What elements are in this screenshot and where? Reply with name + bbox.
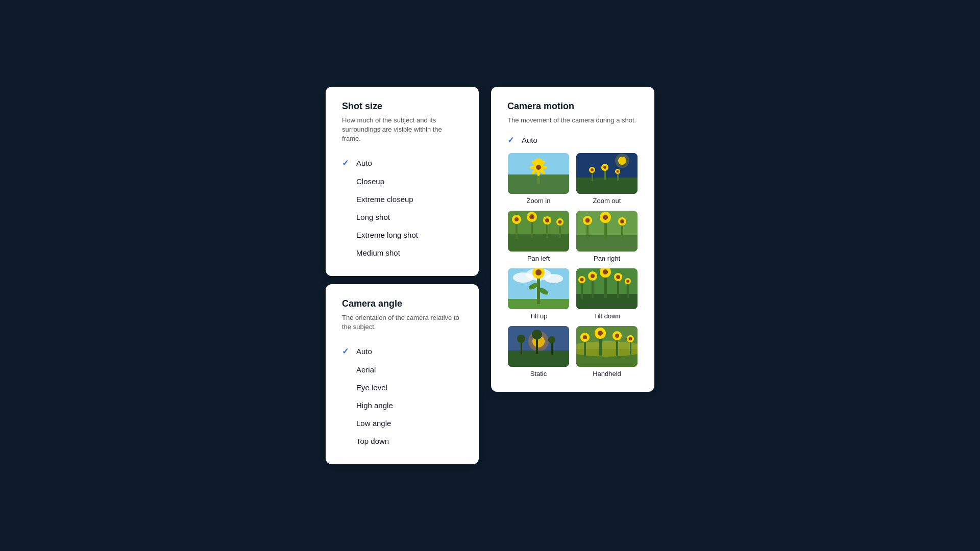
camera-angle-options: ✓ Auto Aerial Eye level High angle <box>342 342 462 450</box>
svg-point-8 <box>530 166 535 169</box>
camera-angle-option-auto[interactable]: ✓ Auto <box>342 342 462 361</box>
shot-size-option-extreme-closeup[interactable]: Extreme closeup <box>342 190 462 208</box>
camera-angle-description: The orientation of the camera relative t… <box>342 313 462 332</box>
option-label: Low angle <box>356 419 391 428</box>
camera-angle-option-high-angle[interactable]: High angle <box>342 396 462 414</box>
camera-angle-title: Camera angle <box>342 298 462 309</box>
motion-thumbnail-pan-left <box>508 211 569 252</box>
motion-item-zoom-in[interactable]: Zoom in <box>507 153 570 205</box>
svg-point-16 <box>615 154 629 168</box>
camera-angle-option-top-down[interactable]: Top down <box>342 432 462 450</box>
motion-thumbnail-static <box>508 326 569 367</box>
shot-size-description: How much of the subject and its surround… <box>342 116 462 144</box>
option-label: Top down <box>356 437 389 445</box>
option-label: Closeup <box>356 177 384 186</box>
option-label: Aerial <box>356 365 376 374</box>
svg-point-88 <box>548 336 555 343</box>
svg-point-75 <box>616 275 620 279</box>
motion-thumbnail-handheld <box>576 326 638 367</box>
motion-thumbnail-zoom-out <box>576 153 638 194</box>
motion-thumbnail-tilt-down <box>576 268 638 309</box>
motion-item-tilt-down[interactable]: Tilt down <box>576 268 638 320</box>
motion-thumbnail-tilt-up <box>508 268 569 309</box>
motion-label-tilt-down: Tilt down <box>594 312 620 320</box>
svg-point-34 <box>529 214 534 219</box>
camera-angle-option-eye-level[interactable]: Eye level <box>342 379 462 396</box>
checkmark-icon: ✓ <box>342 346 351 356</box>
motion-item-pan-left[interactable]: Pan left <box>507 211 570 262</box>
camera-motion-card: Camera motion The movement of the camera… <box>491 87 654 392</box>
svg-point-40 <box>558 220 562 223</box>
camera-motion-auto-row[interactable]: ✓ Auto <box>507 135 638 145</box>
motion-item-static[interactable]: Static <box>507 326 570 378</box>
svg-point-72 <box>603 269 608 274</box>
motion-label-pan-left: Pan left <box>527 255 550 262</box>
option-label: High angle <box>356 401 393 410</box>
svg-point-48 <box>603 215 608 220</box>
shot-size-options: ✓ Auto Closeup Extreme closeup Long shot <box>342 154 462 262</box>
svg-point-55 <box>545 274 563 283</box>
motion-item-tilt-up[interactable]: Tilt up <box>507 268 570 320</box>
svg-rect-73 <box>617 279 619 298</box>
option-label: Auto <box>356 347 372 356</box>
motion-thumbnail-pan-right <box>576 211 638 252</box>
svg-rect-64 <box>581 281 583 299</box>
svg-point-59 <box>535 269 542 276</box>
main-container: Shot size How much of the subject and it… <box>326 87 654 465</box>
camera-motion-auto-label: Auto <box>522 136 537 144</box>
motion-label-tilt-up: Tilt up <box>530 312 548 320</box>
camera-motion-description: The movement of the camera during a shot… <box>507 116 638 125</box>
svg-point-20 <box>591 168 594 171</box>
shot-size-option-medium[interactable]: Medium shot <box>342 244 462 262</box>
svg-point-103 <box>629 337 632 340</box>
option-label: Medium shot <box>356 248 400 257</box>
svg-point-51 <box>620 219 624 223</box>
shot-size-option-extreme-long[interactable]: Extreme long shot <box>342 226 462 244</box>
svg-point-31 <box>514 217 519 221</box>
camera-angle-option-aerial[interactable]: Aerial <box>342 361 462 379</box>
svg-point-100 <box>615 334 619 338</box>
shot-size-option-closeup[interactable]: Closeup <box>342 172 462 190</box>
motion-label-pan-right: Pan right <box>594 255 620 262</box>
motion-label-zoom-in: Zoom in <box>527 197 551 205</box>
motion-label-static: Static <box>530 370 547 378</box>
motion-thumbnail-zoom-in <box>508 153 569 194</box>
motion-label-handheld: Handheld <box>593 370 621 378</box>
checkmark-icon: ✓ <box>507 135 517 145</box>
motion-label-zoom-out: Zoom out <box>593 197 621 205</box>
motion-item-pan-right[interactable]: Pan right <box>576 211 638 262</box>
svg-point-23 <box>603 166 606 169</box>
shot-size-option-auto[interactable]: ✓ Auto <box>342 154 462 172</box>
camera-angle-card: Camera angle The orientation of the came… <box>326 284 479 464</box>
svg-point-69 <box>591 274 595 278</box>
svg-point-86 <box>532 330 542 340</box>
svg-rect-82 <box>508 350 569 367</box>
option-label: Extreme long shot <box>356 231 418 239</box>
motion-item-handheld[interactable]: Handheld <box>576 326 638 378</box>
motion-grid: Zoom in <box>507 153 638 378</box>
svg-point-45 <box>585 218 590 222</box>
shot-size-option-long[interactable]: Long shot <box>342 208 462 226</box>
option-label: Auto <box>356 159 372 167</box>
left-column: Shot size How much of the subject and it… <box>326 87 479 465</box>
svg-point-26 <box>617 170 619 172</box>
motion-item-zoom-out[interactable]: Zoom out <box>576 153 638 205</box>
svg-point-9 <box>542 166 547 169</box>
shot-size-title: Shot size <box>342 101 462 112</box>
shot-size-card: Shot size How much of the subject and it… <box>326 87 479 277</box>
camera-motion-title: Camera motion <box>507 101 638 112</box>
svg-rect-17 <box>576 178 638 194</box>
svg-point-94 <box>583 335 587 339</box>
svg-rect-101 <box>630 340 631 355</box>
svg-point-6 <box>537 159 540 164</box>
camera-angle-option-low-angle[interactable]: Low angle <box>342 414 462 432</box>
svg-point-78 <box>626 280 629 283</box>
svg-point-66 <box>580 278 584 281</box>
option-label: Eye level <box>356 383 387 392</box>
svg-point-7 <box>537 171 540 176</box>
svg-point-5 <box>536 165 541 170</box>
svg-point-37 <box>545 218 549 222</box>
svg-rect-38 <box>559 223 561 238</box>
svg-point-84 <box>517 335 525 343</box>
svg-point-97 <box>598 331 603 336</box>
